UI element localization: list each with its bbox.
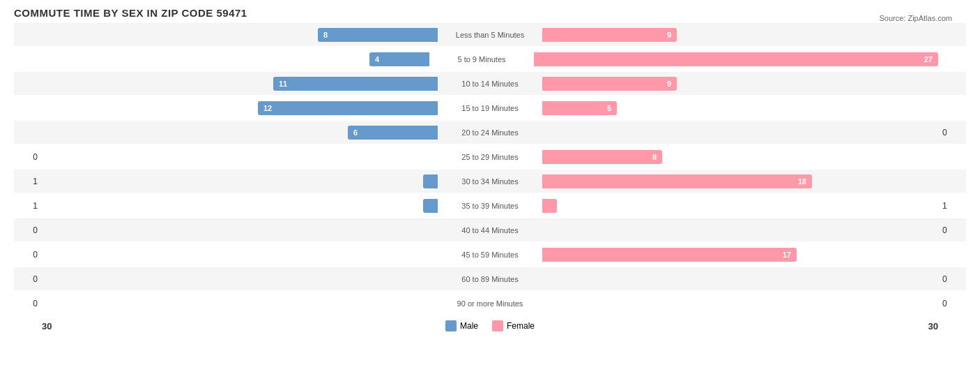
chart-row: 0 45 to 59 Minutes 17 bbox=[14, 243, 966, 266]
male-bar: 8 bbox=[318, 28, 438, 42]
male-bar-area: 8 bbox=[42, 23, 438, 46]
row-label: 5 to 9 Minutes bbox=[429, 55, 534, 64]
male-value: 0 bbox=[14, 152, 42, 162]
female-bar: 9 bbox=[542, 28, 677, 42]
female-value: 1 bbox=[938, 201, 966, 211]
chart-row: 1 30 to 34 Minutes 18 bbox=[14, 170, 966, 193]
male-bar-area: 4 bbox=[42, 47, 429, 70]
chart-row: 11 10 to 14 Minutes 9 bbox=[14, 72, 966, 95]
chart-title: COMMUTE TIME BY SEX IN ZIP CODE 59471 bbox=[14, 7, 966, 19]
row-label: 10 to 14 Minutes bbox=[438, 80, 542, 88]
legend: Male Female bbox=[445, 320, 535, 332]
row-label: 30 to 34 Minutes bbox=[438, 177, 542, 186]
male-bar-area bbox=[42, 243, 438, 266]
female-bar-area: 8 bbox=[542, 145, 938, 168]
female-bar-value: 9 bbox=[664, 80, 674, 88]
row-label: 20 to 24 Minutes bbox=[438, 128, 542, 137]
female-bar-area bbox=[542, 218, 938, 241]
male-bar-area: 12 bbox=[42, 96, 438, 119]
chart-area: 8 Less than 5 Minutes 9 4 5 to 9 Minutes… bbox=[14, 23, 966, 315]
chart-row: 4 5 to 9 Minutes 27 bbox=[14, 47, 966, 70]
female-bar-value: 18 bbox=[795, 177, 809, 186]
chart-row: 0 60 to 89 Minutes 0 bbox=[14, 267, 966, 290]
male-bar: 6 bbox=[348, 126, 438, 140]
legend-female-box bbox=[492, 320, 503, 332]
male-value: 0 bbox=[14, 274, 42, 284]
male-value: 1 bbox=[14, 177, 42, 186]
female-value: 0 bbox=[938, 225, 966, 235]
male-value: 1 bbox=[14, 201, 42, 211]
male-bar-value: 6 bbox=[351, 128, 360, 137]
male-value: 0 bbox=[14, 250, 42, 260]
male-bar: 11 bbox=[273, 77, 438, 91]
female-bar-area bbox=[542, 267, 938, 290]
female-bar: 9 bbox=[542, 77, 677, 91]
female-bar-area: 9 bbox=[542, 23, 938, 46]
legend-female: Female bbox=[492, 320, 535, 332]
male-bar: 12 bbox=[258, 101, 438, 115]
row-label: 40 to 44 Minutes bbox=[438, 226, 542, 234]
footer-right-value: 30 bbox=[928, 321, 938, 332]
legend-female-label: Female bbox=[507, 321, 535, 331]
legend-male-label: Male bbox=[460, 321, 478, 331]
chart-row: 6 20 to 24 Minutes 0 bbox=[14, 121, 966, 144]
female-bar-value: 5 bbox=[604, 104, 614, 112]
female-bar: 8 bbox=[542, 150, 662, 164]
male-bar-area bbox=[42, 170, 438, 193]
female-bar-area: 27 bbox=[534, 47, 938, 70]
female-bar: 27 bbox=[534, 52, 938, 66]
male-bar: 4 bbox=[369, 52, 429, 66]
female-bar bbox=[542, 199, 557, 213]
male-bar-value: 12 bbox=[261, 104, 275, 112]
male-bar-value: 4 bbox=[372, 55, 382, 64]
female-bar: 5 bbox=[542, 101, 617, 115]
female-bar: 17 bbox=[542, 248, 797, 262]
female-bar-value: 8 bbox=[650, 153, 659, 161]
female-bar-value: 9 bbox=[664, 31, 674, 39]
row-label: 60 to 89 Minutes bbox=[438, 275, 542, 283]
female-bar: 18 bbox=[542, 174, 812, 188]
row-label: 90 or more Minutes bbox=[438, 299, 542, 308]
male-bar-area: 6 bbox=[42, 121, 438, 144]
row-label: Less than 5 Minutes bbox=[438, 31, 542, 39]
female-bar-area bbox=[542, 121, 938, 144]
male-bar-area bbox=[42, 194, 438, 217]
female-value: 0 bbox=[938, 299, 966, 308]
footer-left-value: 30 bbox=[42, 321, 52, 332]
male-value: 0 bbox=[14, 299, 42, 308]
female-bar-area: 17 bbox=[542, 243, 938, 266]
chart-footer: 30 Male Female 30 bbox=[14, 320, 966, 332]
male-bar-area bbox=[42, 218, 438, 241]
male-bar-area bbox=[42, 145, 438, 168]
male-bar-value: 11 bbox=[276, 80, 290, 88]
male-bar-area bbox=[42, 267, 438, 290]
female-bar-value: 17 bbox=[780, 251, 794, 259]
chart-row: 8 Less than 5 Minutes 9 bbox=[14, 23, 966, 46]
female-bar-value: 27 bbox=[921, 55, 935, 64]
chart-row: 1 35 to 39 Minutes 1 bbox=[14, 194, 966, 217]
row-label: 35 to 39 Minutes bbox=[438, 202, 542, 210]
legend-male-box bbox=[445, 320, 457, 332]
female-bar-area: 9 bbox=[542, 72, 938, 95]
male-bar-area: 11 bbox=[42, 72, 438, 95]
female-bar-area bbox=[542, 292, 938, 315]
chart-row: 0 25 to 29 Minutes 8 bbox=[14, 145, 966, 168]
source-label: Source: ZipAtlas.com bbox=[879, 14, 952, 22]
female-bar-area: 5 bbox=[542, 96, 938, 119]
female-bar-area: 18 bbox=[542, 170, 938, 193]
male-bar bbox=[423, 174, 438, 188]
female-value: 0 bbox=[938, 128, 966, 137]
male-value: 0 bbox=[14, 225, 42, 235]
male-bar-area bbox=[42, 292, 438, 315]
row-label: 25 to 29 Minutes bbox=[438, 153, 542, 161]
chart-row: 12 15 to 19 Minutes 5 bbox=[14, 96, 966, 119]
female-bar-area bbox=[542, 194, 938, 217]
chart-row: 0 40 to 44 Minutes 0 bbox=[14, 218, 966, 241]
row-label: 45 to 59 Minutes bbox=[438, 251, 542, 259]
chart-row: 0 90 or more Minutes 0 bbox=[14, 292, 966, 315]
male-bar-value: 8 bbox=[321, 31, 330, 39]
legend-male: Male bbox=[445, 320, 478, 332]
female-value: 0 bbox=[938, 274, 966, 284]
male-bar bbox=[423, 199, 438, 213]
row-label: 15 to 19 Minutes bbox=[438, 104, 542, 112]
